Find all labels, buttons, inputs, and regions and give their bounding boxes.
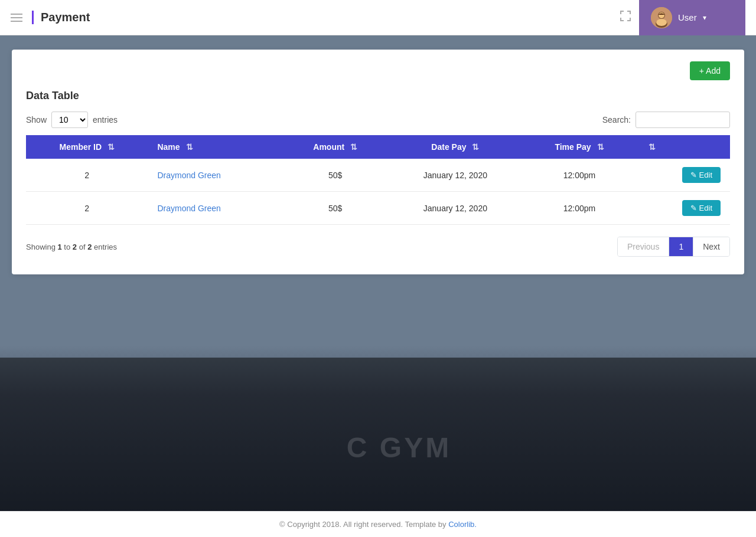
footer: © Copyright 2018. All right reserved. Te… — [0, 511, 756, 537]
avatar — [651, 7, 672, 28]
data-table-card: + Add Data Table Show 10 25 50 100 entri… — [12, 50, 744, 274]
showing-entries-label: entries — [94, 243, 117, 251]
sort-icon-time: ⇅ — [597, 142, 604, 152]
showing-total: 2 — [87, 243, 92, 251]
user-menu[interactable]: User ▾ — [639, 0, 745, 35]
showing-from: 1 — [57, 243, 61, 251]
entries-select[interactable]: 10 25 50 100 — [51, 112, 88, 128]
col-name[interactable]: Name ⇅ — [148, 135, 283, 159]
sort-icon-name: ⇅ — [186, 142, 193, 152]
show-label: Show — [26, 115, 47, 125]
page-1-button[interactable]: 1 — [669, 237, 693, 256]
col-amount[interactable]: Amount ⇅ — [284, 135, 387, 159]
showing-to-label: to — [64, 243, 72, 251]
cell-member-id: 2 — [26, 192, 148, 225]
edit-button-0[interactable]: ✎ Edit — [682, 167, 721, 183]
edit-icon-0: ✎ — [690, 171, 697, 179]
colorlib-link[interactable]: Colorlib. — [448, 520, 477, 529]
entries-label: entries — [93, 115, 118, 125]
table-row: 2 Draymond Green 50$ January 12, 2020 12… — [26, 159, 730, 192]
cell-action: ✎ Edit — [636, 159, 730, 192]
pagination: Previous 1 Next — [617, 237, 730, 257]
background-image: C GYM — [0, 346, 756, 511]
add-button[interactable]: + Add — [690, 61, 730, 80]
showing-to: 2 — [73, 243, 77, 251]
col-time-pay[interactable]: Time Pay ⇅ — [523, 135, 635, 159]
copyright-text: © Copyright 2018. All right reserved. Te… — [279, 520, 448, 529]
col-date-pay[interactable]: Date Pay ⇅ — [387, 135, 524, 159]
gym-text: C GYM — [347, 431, 451, 464]
table-row: 2 Draymond Green 50$ January 12, 2020 12… — [26, 192, 730, 225]
col-member-id[interactable]: Member ID ⇅ — [26, 135, 148, 159]
page-title: Payment — [32, 11, 90, 24]
showing-of-label: of — [79, 243, 87, 251]
cell-amount: 50$ — [284, 192, 387, 225]
sort-icon-date: ⇅ — [472, 142, 479, 152]
sort-icon-amount: ⇅ — [350, 142, 357, 152]
showing-info: Showing 1 to 2 of 2 entries — [26, 243, 117, 251]
col-action: ⇅ — [636, 135, 730, 159]
cell-name: Draymond Green — [148, 192, 283, 225]
edit-icon-1: ✎ — [690, 204, 697, 212]
sort-icon-member-id: ⇅ — [107, 142, 115, 152]
search-label: Search: — [602, 115, 631, 125]
topbar: Payment User ▾ — [0, 0, 756, 35]
hamburger-icon[interactable] — [11, 14, 22, 22]
cell-action: ✎ Edit — [636, 192, 730, 225]
cell-amount: 50$ — [284, 159, 387, 192]
cell-member-id: 2 — [26, 159, 148, 192]
previous-button[interactable]: Previous — [618, 237, 669, 256]
search-input[interactable] — [636, 112, 730, 128]
cell-time-pay: 12:00pm — [523, 159, 635, 192]
next-button[interactable]: Next — [693, 237, 729, 256]
sort-icon-action: ⇅ — [649, 142, 656, 152]
edit-button-1[interactable]: ✎ Edit — [682, 200, 721, 216]
card-toolbar: + Add — [26, 61, 730, 80]
show-entries: Show 10 25 50 100 entries — [26, 112, 118, 128]
cell-name: Draymond Green — [148, 159, 283, 192]
table-footer: Showing 1 to 2 of 2 entries Previous 1 N… — [26, 237, 730, 257]
cell-date-pay: January 12, 2020 — [387, 192, 524, 225]
fullscreen-icon[interactable] — [619, 9, 632, 25]
topbar-left: Payment — [11, 11, 90, 24]
cell-time-pay: 12:00pm — [523, 192, 635, 225]
search-box: Search: — [602, 112, 730, 128]
chevron-down-icon: ▾ — [703, 14, 706, 22]
svg-point-4 — [656, 19, 667, 26]
data-table: Member ID ⇅ Name ⇅ Amount ⇅ Date Pay ⇅ T… — [26, 135, 730, 225]
user-label: User — [678, 12, 697, 22]
table-controls: Show 10 25 50 100 entries Search: — [26, 112, 730, 128]
card-title: Data Table — [26, 90, 730, 102]
table-header-row: Member ID ⇅ Name ⇅ Amount ⇅ Date Pay ⇅ T… — [26, 135, 730, 159]
main-content: C GYM + Add Data Table Show 10 25 50 100… — [0, 35, 756, 511]
showing-prefix: Showing — [26, 243, 57, 251]
cell-date-pay: January 12, 2020 — [387, 159, 524, 192]
